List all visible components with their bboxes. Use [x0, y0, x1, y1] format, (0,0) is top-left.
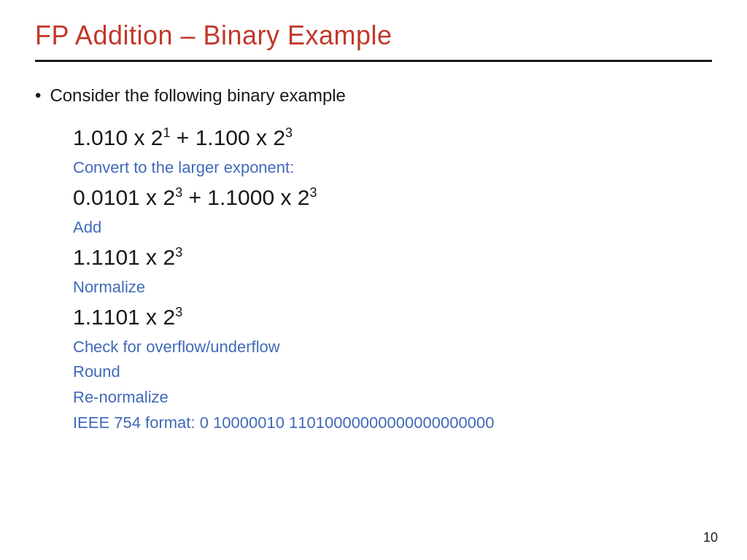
- math-2-part1: 0.0101 x 23 + 1.1000 x 23: [73, 185, 317, 209]
- ieee-line: IEEE 754 format: 0 10000010 110100000000…: [73, 412, 712, 435]
- ieee-value: 0 10000010 11010000000000000000000: [196, 413, 495, 432]
- math-line-4: 1.1101 x 23: [73, 300, 712, 333]
- round-label: Round: [73, 361, 712, 384]
- add-label: Add: [73, 217, 712, 239]
- math-block: 1.010 x 21 + 1.100 x 23 Convert to the l…: [73, 121, 712, 435]
- slide: FP Addition – Binary Example • Consider …: [0, 0, 747, 560]
- renormalize-label: Re-normalize: [73, 386, 712, 409]
- math-line-3: 1.1101 x 23: [73, 241, 712, 273]
- math-3-part1: 1.1101 x 23: [73, 245, 182, 269]
- ieee-label: IEEE 754 format:: [73, 413, 196, 432]
- convert-label: Convert to the larger exponent:: [73, 157, 712, 179]
- bullet-text: Consider the following binary example: [50, 84, 346, 106]
- math-4-part1: 1.1101 x 23: [73, 305, 182, 329]
- normalize-label: Normalize: [73, 276, 712, 299]
- math-line-1: 1.010 x 21 + 1.100 x 23: [73, 121, 712, 154]
- overflow-label: Check for overflow/underflow: [73, 336, 712, 359]
- slide-header: FP Addition – Binary Example: [0, 0, 747, 62]
- math-line-2: 0.0101 x 23 + 1.1000 x 23: [73, 181, 712, 214]
- bullet-item: • Consider the following binary example: [35, 84, 712, 106]
- slide-content: • Consider the following binary example …: [0, 62, 747, 449]
- math-1-part1: 1.010 x 21 + 1.100 x 23: [73, 125, 293, 149]
- slide-title: FP Addition – Binary Example: [35, 20, 712, 51]
- bullet-dot: •: [35, 84, 41, 106]
- page-number: 10: [703, 530, 718, 545]
